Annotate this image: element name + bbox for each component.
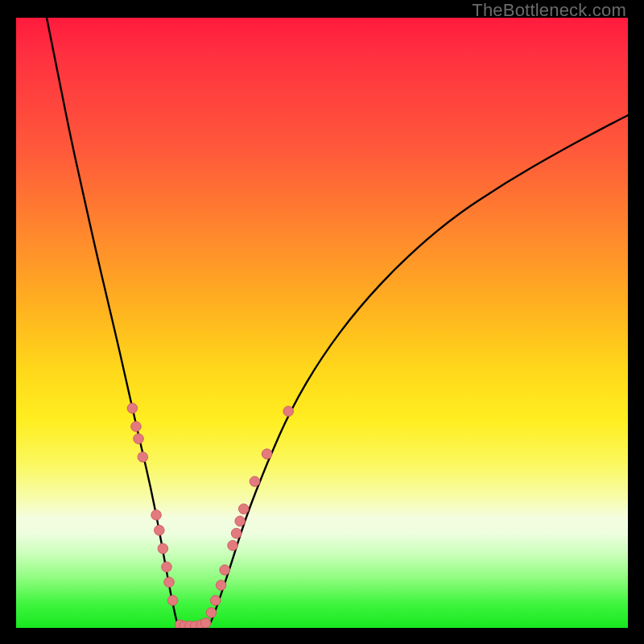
data-marker — [206, 608, 217, 618]
data-marker — [220, 565, 230, 576]
data-marker — [235, 516, 246, 526]
data-marker — [158, 543, 168, 554]
data-marker — [127, 403, 138, 414]
data-marker — [134, 434, 144, 444]
data-markers — [127, 403, 293, 628]
data-marker — [138, 452, 148, 463]
data-marker — [211, 596, 221, 606]
data-marker — [228, 540, 238, 551]
data-marker — [250, 477, 260, 487]
plot-area — [16, 18, 628, 628]
curve-path — [47, 18, 628, 628]
data-marker — [216, 580, 226, 591]
data-marker — [155, 525, 165, 535]
curve-svg — [16, 18, 628, 628]
data-marker — [162, 562, 172, 572]
data-marker — [167, 596, 178, 606]
data-marker — [238, 504, 249, 514]
data-marker — [151, 510, 162, 521]
data-marker — [262, 449, 272, 460]
data-marker — [231, 528, 242, 539]
chart-frame: TheBottleneck.com — [0, 0, 644, 644]
data-marker — [131, 422, 142, 432]
data-marker — [200, 618, 211, 628]
data-marker — [283, 407, 294, 417]
bottleneck-curve — [47, 18, 628, 628]
data-marker — [164, 577, 175, 588]
